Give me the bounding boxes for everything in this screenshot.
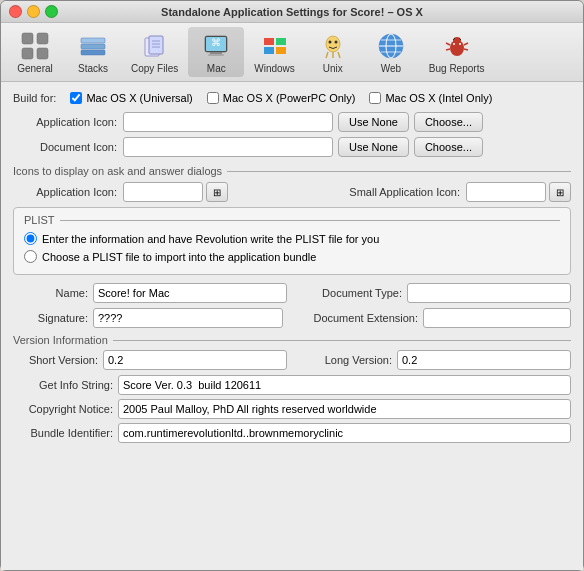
svg-line-24	[326, 52, 328, 58]
svg-point-39	[459, 43, 461, 45]
copy-files-icon	[139, 30, 171, 62]
toolbar-web[interactable]: Web	[363, 27, 419, 77]
copyright-input[interactable]	[118, 399, 571, 419]
svg-point-38	[453, 43, 455, 45]
ask-section-label: Icons to display on ask and answer dialo…	[13, 165, 222, 177]
svg-rect-2	[22, 48, 33, 59]
doc-type-field: Document Type:	[297, 283, 571, 303]
app-icon-choose-button[interactable]: Choose...	[414, 112, 483, 132]
plist-radio2-label: Choose a PLIST file to import into the a…	[42, 251, 316, 263]
build-for-row: Build for: Mac OS X (Universal) Mac OS X…	[13, 92, 571, 104]
toolbar-unix-label: Unix	[323, 63, 343, 74]
intel-label: Mac OS X (Intel Only)	[385, 92, 492, 104]
toolbar-general[interactable]: General	[7, 27, 63, 77]
short-version-field: Short Version:	[13, 350, 287, 370]
svg-rect-19	[264, 47, 274, 54]
app-icon-use-none-button[interactable]: Use None	[338, 112, 409, 132]
svg-rect-17	[264, 38, 274, 45]
plist-radio1-label: Enter the information and have Revolutio…	[42, 233, 379, 245]
sig-docext-grid: Signature: Document Extension:	[13, 308, 571, 328]
toolbar-copy-files[interactable]: Copy Files	[123, 27, 186, 77]
doc-icon-use-none-button[interactable]: Use None	[338, 137, 409, 157]
stacks-icon	[77, 30, 109, 62]
svg-line-34	[446, 43, 450, 45]
build-for-label: Build for:	[13, 92, 56, 104]
toolbar-stacks[interactable]: Stacks	[65, 27, 121, 77]
powerpc-checkbox-item: Mac OS X (PowerPC Only)	[207, 92, 356, 104]
get-info-label: Get Info String:	[13, 379, 118, 391]
name-input[interactable]	[93, 283, 287, 303]
svg-line-25	[338, 52, 340, 58]
universal-checkbox[interactable]	[70, 92, 82, 104]
close-button[interactable]	[9, 5, 22, 18]
svg-rect-18	[276, 38, 286, 45]
signature-input[interactable]	[93, 308, 283, 328]
minimize-button[interactable]	[27, 5, 40, 18]
long-version-label: Long Version:	[297, 354, 397, 366]
svg-rect-1	[37, 33, 48, 44]
ask-section-header: Icons to display on ask and answer dialo…	[13, 165, 571, 177]
bundle-id-input[interactable]	[118, 423, 571, 443]
version-line	[113, 340, 571, 341]
svg-rect-6	[81, 38, 105, 43]
app-icon-input[interactable]	[123, 112, 333, 132]
plist-line	[60, 220, 560, 221]
doc-ext-label: Document Extension:	[293, 312, 423, 324]
svg-line-37	[464, 49, 468, 50]
main-window: Standalone Application Settings for Scor…	[0, 0, 584, 571]
toolbar-mac[interactable]: ⌘ Mac	[188, 27, 244, 77]
version-section-label: Version Information	[13, 334, 108, 346]
toolbar-bug-reports-label: Bug Reports	[429, 63, 485, 74]
toolbar-unix[interactable]: Unix	[305, 27, 361, 77]
ask-app-icon-picker[interactable]: ⊞	[206, 182, 228, 202]
svg-text:⌘: ⌘	[211, 37, 221, 48]
doc-ext-input[interactable]	[423, 308, 571, 328]
ask-small-icon-picker[interactable]: ⊞	[549, 182, 571, 202]
doc-icon-choose-button[interactable]: Choose...	[414, 137, 483, 157]
short-version-input[interactable]	[103, 350, 287, 370]
svg-line-35	[446, 49, 450, 50]
long-version-input[interactable]	[397, 350, 571, 370]
svg-rect-14	[210, 52, 222, 54]
intel-checkbox[interactable]	[369, 92, 381, 104]
title-bar: Standalone Application Settings for Scor…	[1, 1, 583, 23]
plist-radio2-row: Choose a PLIST file to import into the a…	[24, 250, 560, 263]
ask-small-icon-label: Small Application Icon:	[248, 186, 466, 198]
toolbar: General Stacks	[1, 23, 583, 82]
plist-radio1-row: Enter the information and have Revolutio…	[24, 232, 560, 245]
unix-icon	[317, 30, 349, 62]
universal-checkbox-item: Mac OS X (Universal)	[70, 92, 192, 104]
svg-rect-4	[81, 50, 105, 55]
plist-section: PLIST Enter the information and have Rev…	[13, 207, 571, 275]
doc-icon-input[interactable]	[123, 137, 333, 157]
doc-type-label: Document Type:	[297, 287, 407, 299]
plist-radio1[interactable]	[24, 232, 37, 245]
universal-label: Mac OS X (Universal)	[86, 92, 192, 104]
copyright-row: Copyright Notice:	[13, 399, 571, 419]
window-title: Standalone Application Settings for Scor…	[161, 6, 423, 18]
doc-type-input[interactable]	[407, 283, 571, 303]
doc-icon-row: Document Icon: Use None Choose...	[13, 137, 571, 157]
powerpc-label: Mac OS X (PowerPC Only)	[223, 92, 356, 104]
app-icon-label: Application Icon:	[13, 116, 123, 128]
svg-rect-20	[276, 47, 286, 54]
svg-rect-5	[81, 44, 105, 49]
toolbar-bug-reports[interactable]: Bug Reports	[421, 27, 493, 77]
ask-app-icon-input[interactable]	[123, 182, 203, 202]
ask-app-icon-label: Application Icon:	[13, 186, 123, 198]
ask-small-icon-input[interactable]	[466, 182, 546, 202]
window-controls	[9, 5, 58, 18]
name-label: Name:	[13, 287, 93, 299]
general-icon	[19, 30, 51, 62]
svg-point-21	[326, 36, 340, 52]
app-icon-row: Application Icon: Use None Choose...	[13, 112, 571, 132]
web-icon	[375, 30, 407, 62]
toolbar-windows[interactable]: Windows	[246, 27, 303, 77]
svg-point-22	[328, 41, 331, 44]
toolbar-general-label: General	[17, 63, 53, 74]
get-info-input[interactable]	[118, 375, 571, 395]
name-doctype-grid: Name: Document Type:	[13, 283, 571, 303]
plist-radio2[interactable]	[24, 250, 37, 263]
powerpc-checkbox[interactable]	[207, 92, 219, 104]
maximize-button[interactable]	[45, 5, 58, 18]
